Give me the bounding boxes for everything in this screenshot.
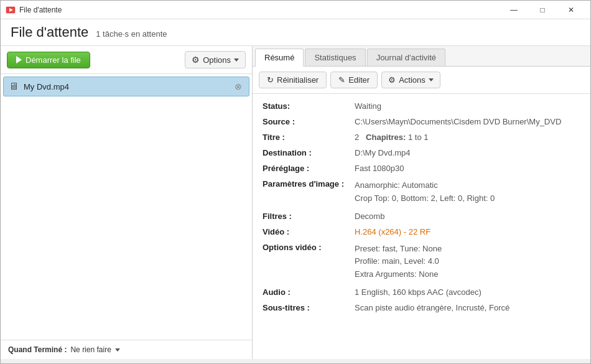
filtres-label: Filtres : xyxy=(263,212,355,221)
app-subtitle: 1 tâche·s en attente xyxy=(96,29,167,39)
params-image-value: Anamorphic: AutomaticCrop Top: 0, Bottom… xyxy=(355,179,580,205)
titre-label: Titre : xyxy=(263,133,355,142)
app-header: File d'attente 1 tâche·s en attente xyxy=(1,19,590,46)
main-content: Démarrer la file ⚙ Options 🖥 My Dvd.mp4 … xyxy=(1,46,590,359)
footer-value: Ne rien faire xyxy=(70,345,111,354)
options-video-value: Preset: fast, Tune: NoneProfile: main, L… xyxy=(355,243,580,281)
detail-sous-titres: Sous-titres : Scan piste audio étrangère… xyxy=(263,303,580,312)
source-value: C:\Users\Mayn\Documents\Cisdem DVD Burne… xyxy=(355,117,580,126)
options-video-label: Options vidéo : xyxy=(263,243,355,252)
start-queue-button[interactable]: Démarrer la file xyxy=(7,52,90,68)
refresh-icon: ↻ xyxy=(267,75,274,85)
audio-label: Audio : xyxy=(263,287,355,297)
play-icon xyxy=(16,56,22,63)
destination-label: Destination : xyxy=(263,148,355,157)
reinitialiser-button[interactable]: ↻ Réinitialiser xyxy=(259,72,327,88)
left-toolbar: Démarrer la file ⚙ Options xyxy=(1,46,252,74)
tab-resume[interactable]: Résumé xyxy=(255,49,304,67)
sous-titres-value: Scan piste audio étrangère, Incrusté, Fo… xyxy=(355,303,580,312)
footer-chevron-icon xyxy=(115,348,120,352)
tab-statistiques[interactable]: Statistiques xyxy=(305,49,365,66)
tabs-bar: Résumé Statistiques Journal d'activité xyxy=(253,46,590,67)
video-value: H.264 (x264) - 22 RF xyxy=(355,227,580,236)
left-footer: Quand Terminé : Ne rien faire xyxy=(1,340,252,359)
window-title: File d'attente xyxy=(19,6,500,14)
params-image-label: Paramètres d'image : xyxy=(263,179,355,189)
detail-destination: Destination : D:\My Dvd.mp4 xyxy=(263,148,580,157)
detail-options-video: Options vidéo : Preset: fast, Tune: None… xyxy=(263,243,580,281)
chevron-down-icon xyxy=(234,58,239,62)
source-label: Source : xyxy=(263,117,355,126)
queue-list: 🖥 My Dvd.mp4 ⊗ xyxy=(1,74,252,340)
app-title: File d'attente xyxy=(11,24,88,40)
detail-source: Source : C:\Users\Mayn\Documents\Cisdem … xyxy=(263,117,580,126)
details-area: Status: Waiting Source : C:\Users\Mayn\D… xyxy=(253,94,590,359)
detail-filtres: Filtres : Decomb xyxy=(263,212,580,221)
close-button[interactable]: ✕ xyxy=(557,1,585,19)
prereglage-label: Préréglage : xyxy=(263,164,355,173)
status-value: Waiting xyxy=(355,101,580,111)
detail-audio: Audio : 1 English, 160 kbps AAC (avcodec… xyxy=(263,287,580,297)
filtres-value: Decomb xyxy=(355,212,580,221)
queue-item-name: My Dvd.mp4 xyxy=(24,82,228,91)
window-controls: — □ ✕ xyxy=(500,1,585,19)
status-label: Status: xyxy=(263,101,355,111)
footer-label: Quand Terminé : xyxy=(8,345,67,354)
gear-icon: ⚙ xyxy=(192,55,200,65)
actions-chevron-icon xyxy=(429,78,434,82)
tab-journal[interactable]: Journal d'activité xyxy=(367,49,445,66)
detail-titre: Titre : 2 Chapitres: 1 to 1 xyxy=(263,133,580,142)
detail-video: Vidéo : H.264 (x264) - 22 RF xyxy=(263,227,580,236)
video-label: Vidéo : xyxy=(263,227,355,236)
app-icon xyxy=(6,5,16,15)
minimize-button[interactable]: — xyxy=(500,1,528,19)
right-panel: Résumé Statistiques Journal d'activité ↻… xyxy=(253,46,590,359)
titre-value: 2 Chapitres: 1 to 1 xyxy=(355,133,580,142)
audio-value: 1 English, 160 kbps AAC (avcodec) xyxy=(355,287,580,297)
left-panel: Démarrer la file ⚙ Options 🖥 My Dvd.mp4 … xyxy=(1,46,253,359)
detail-status: Status: Waiting xyxy=(263,101,580,111)
actions-button[interactable]: ⚙ Actions xyxy=(381,72,440,88)
list-item[interactable]: 🖥 My Dvd.mp4 ⊗ xyxy=(3,77,249,96)
gear-icon: ⚙ xyxy=(388,75,396,85)
titlebar: File d'attente — □ ✕ xyxy=(1,1,590,19)
prereglage-value: Fast 1080p30 xyxy=(355,164,580,173)
action-toolbar: ↻ Réinitialiser ✎ Editer ⚙ Actions xyxy=(253,67,590,94)
edit-icon: ✎ xyxy=(338,75,345,85)
options-button[interactable]: ⚙ Options xyxy=(185,51,246,68)
dvd-icon: 🖥 xyxy=(9,81,19,92)
detail-prereglage: Préréglage : Fast 1080p30 xyxy=(263,164,580,173)
maximize-button[interactable]: □ xyxy=(528,1,557,19)
editer-button[interactable]: ✎ Editer xyxy=(330,72,378,88)
sous-titres-label: Sous-titres : xyxy=(263,303,355,312)
detail-params-image: Paramètres d'image : Anamorphic: Automat… xyxy=(263,179,580,205)
remove-item-button[interactable]: ⊗ xyxy=(233,81,244,92)
destination-value: D:\My Dvd.mp4 xyxy=(355,148,580,157)
